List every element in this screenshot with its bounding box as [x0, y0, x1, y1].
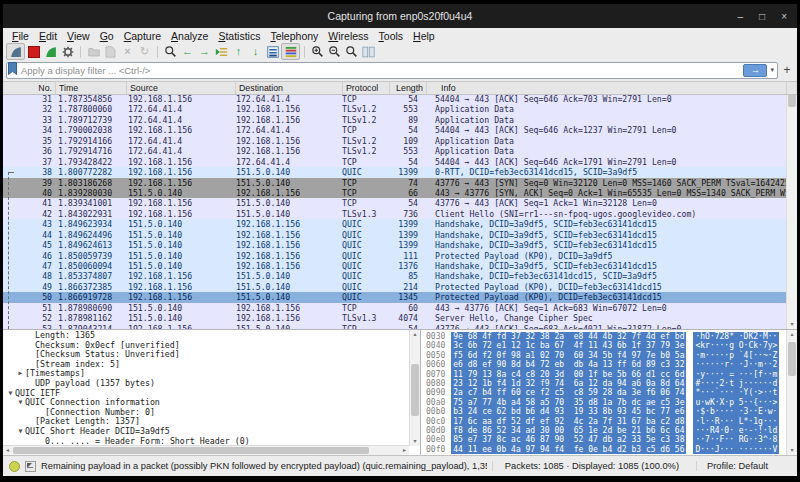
collapsed-arrow-icon[interactable]: ▶	[16, 369, 25, 379]
hex-ascii[interactable]: D···J··· ·······V	[693, 445, 779, 454]
menu-help[interactable]: Help	[408, 30, 440, 42]
hex-bytes[interactable]: 75 a7 77 4b a4 58 a5 70 35 d8 1a 7b dc a…	[451, 398, 686, 407]
packet-row-53[interactable]: 531.879043214192.168.1.156151.5.0.140TCP…	[3, 324, 787, 329]
maximize-button[interactable]: □	[759, 11, 765, 22]
bytes-scrollbar[interactable]	[786, 330, 797, 455]
column-header-protocol[interactable]: Protocol	[343, 82, 390, 94]
hex-row[interactable]: 00403c 6b 72 e1 12 1c ba 67 4f 11 43 6b …	[426, 341, 786, 350]
hex-bytes[interactable]: 23 12 1b f4 1d 32 f9 74 6a 12 da 94 a6 0…	[451, 379, 686, 388]
hex-bytes[interactable]: 9e 68 4f fd 37 32 38 2a e8 44 4b 32 7f 4…	[451, 332, 686, 341]
packet-row-47[interactable]: 471.850060094151.5.0.140192.168.1.156QUI…	[3, 261, 787, 271]
zoom-in-icon[interactable]	[309, 44, 326, 59]
scroll-down-arrow-icon[interactable]	[787, 446, 797, 455]
hex-row[interactable]: 00309e 68 4f fd 37 32 38 2a e8 44 4b 32 …	[426, 332, 786, 341]
menu-edit[interactable]: Edit	[34, 30, 62, 42]
hex-row[interactable]: 00902a c7 b4 ff 60 ce f2 c5 c8 59 28 da …	[426, 388, 786, 397]
expert-info-icon[interactable]	[9, 461, 20, 472]
menu-file[interactable]: File	[7, 30, 34, 42]
column-header-time[interactable]: Time	[56, 82, 127, 94]
packet-row-32[interactable]: 321.787800060172.64.41.4192.168.1.156TLS…	[3, 104, 787, 114]
packet-row-37[interactable]: 371.793428422192.168.1.156172.64.41.4TCP…	[3, 157, 787, 167]
scroll-up-arrow-icon[interactable]	[410, 330, 420, 339]
filter-dropdown-caret[interactable]: ▾	[770, 66, 774, 74]
menu-go[interactable]: Go	[95, 30, 119, 42]
hex-ascii[interactable]: ·m·····p `4[··~·Z	[693, 351, 779, 360]
menu-analyze[interactable]: Analyze	[166, 30, 213, 42]
hex-ascii[interactable]: ······r· ·J··m··2	[693, 360, 779, 369]
scroll-down-arrow-icon[interactable]	[787, 320, 797, 329]
packet-row-41[interactable]: 411.839341001192.168.1.156151.5.0.140TCP…	[3, 198, 787, 208]
hex-ascii[interactable]: ·l··R··· L*·1g···	[693, 417, 779, 426]
hex-row[interactable]: 0060e6 d8 ef 90 8d b4 72 eb db 4a 13 ff …	[426, 360, 786, 369]
close-button[interactable]: ×	[781, 11, 787, 22]
column-header-no[interactable]: No.	[3, 82, 56, 94]
menu-tools[interactable]: Tools	[374, 30, 409, 42]
packet-row-38[interactable]: 381.800772282192.168.1.156151.5.0.140QUI…	[3, 167, 787, 177]
go-forward-icon[interactable]: →	[196, 44, 213, 59]
packet-row-40[interactable]: 401.839280030151.5.0.140192.168.1.156TCP…	[3, 188, 787, 198]
scroll-right-arrow-icon[interactable]	[400, 446, 409, 455]
hex-row[interactable]: 00d0f8 de 86 52 34 ad 30 00 65 1e 2d be …	[426, 426, 786, 435]
packet-list-scrollbar[interactable]	[786, 82, 797, 329]
hex-bytes[interactable]: 17 6c aa df 52 df ef 92 4c 2a 7f 31 67 b…	[451, 417, 686, 426]
hex-ascii[interactable]: ·$·b···· ·3··E·w·	[693, 407, 779, 416]
expanded-arrow-icon[interactable]: ▼	[16, 427, 25, 437]
packet-row-46[interactable]: 461.850059739151.5.0.140192.168.1.156QUI…	[3, 251, 787, 261]
hex-ascii[interactable]: u·wK·X·p 5··{···>	[693, 398, 779, 407]
packet-row-36[interactable]: 361.792914716172.64.41.4192.168.1.156TLS…	[3, 146, 787, 156]
scrollbar-thumb[interactable]	[13, 447, 369, 454]
hex-ascii[interactable]: ·hO·728* ·DK2·M··	[693, 332, 779, 341]
hex-bytes[interactable]: 2a c7 b4 ff 60 ce f2 c5 c8 59 28 da 3e f…	[451, 388, 686, 397]
filter-add-button[interactable]: +	[781, 64, 793, 76]
find-packet-icon[interactable]	[162, 44, 179, 59]
stop-capture-icon[interactable]	[25, 44, 42, 59]
menu-wireless[interactable]: Wireless	[323, 30, 373, 42]
go-bottom-icon[interactable]: ↓	[247, 44, 264, 59]
menu-view[interactable]: View	[62, 30, 95, 42]
hex-row[interactable]: 00c017 6c aa df 52 df ef 92 4c 2a 7f 31 …	[426, 417, 786, 426]
detail-hscrollbar[interactable]	[3, 445, 409, 455]
packet-row-45[interactable]: 451.849624613151.5.0.140192.168.1.156QUI…	[3, 240, 787, 250]
packet-row-49[interactable]: 491.866372385192.168.1.156151.5.0.140QUI…	[3, 282, 787, 292]
hex-row[interactable]: 00b0b3 24 ce 62 bd b6 d4 93 19 33 8b 93 …	[426, 407, 786, 416]
packet-row-50[interactable]: 501.866919728192.168.1.156151.5.0.140QUI…	[3, 292, 787, 302]
column-header-info[interactable]: Info	[427, 82, 787, 94]
scrollbar-thumb[interactable]	[788, 93, 796, 107]
zoom-reset-icon[interactable]	[343, 44, 360, 59]
go-top-icon[interactable]: ↑	[230, 44, 247, 59]
start-capture-icon[interactable]	[6, 43, 25, 60]
menu-capture[interactable]: Capture	[119, 30, 166, 42]
scrollbar-thumb[interactable]	[788, 342, 796, 376]
packet-row-39[interactable]: 391.803186268192.168.1.156151.5.0.140TCP…	[3, 178, 787, 188]
packet-row-42[interactable]: 421.843022931192.168.1.156151.5.0.140TLS…	[3, 209, 787, 219]
minimize-button[interactable]: –	[738, 11, 744, 22]
hex-bytes[interactable]: 44 11 ee 0b 4a 97 94 f4 fe 0e b4 d2 b3 c…	[451, 445, 686, 454]
detail-scrollbar[interactable]	[409, 330, 420, 446]
open-file-icon[interactable]	[85, 44, 102, 59]
packet-row-48[interactable]: 481.853374807192.168.1.156151.5.0.140QUI…	[3, 271, 787, 281]
save-file-icon[interactable]	[102, 44, 119, 59]
hex-ascii[interactable]: #····2·t j······d	[693, 379, 779, 388]
hex-ascii[interactable]: ·y···· = ···[f··m	[693, 370, 779, 379]
packet-row-33[interactable]: 331.789712739172.64.41.4192.168.1.156TLS…	[3, 115, 787, 125]
scrollbar-thumb[interactable]	[411, 364, 419, 416]
hex-row[interactable]: 007011 79 13 8a c4 c8 20 3d 00 1f be 5b …	[426, 370, 786, 379]
scroll-down-arrow-icon[interactable]	[410, 437, 420, 446]
column-header-source[interactable]: Source	[127, 82, 236, 94]
hex-ascii[interactable]: ··7··F·· RG··3^·8	[693, 435, 779, 444]
menu-telephony[interactable]: Telephony	[265, 30, 323, 42]
packet-row-52[interactable]: 521.878981162151.5.0.140192.168.1.156TLS…	[3, 313, 787, 323]
filter-bookmark-icon[interactable]	[7, 61, 18, 79]
hex-bytes[interactable]: b3 24 ce 62 bd b6 d4 93 19 33 8b 93 45 b…	[451, 407, 686, 416]
menu-statistics[interactable]: Statistics	[213, 30, 265, 42]
go-to-packet-icon[interactable]	[213, 44, 230, 59]
packet-row-35[interactable]: 351.792914166172.64.41.4192.168.1.156TLS…	[3, 136, 787, 146]
packet-row-51[interactable]: 511.878980690151.5.0.140192.168.1.156TCP…	[3, 303, 787, 313]
hex-bytes[interactable]: f5 6d f2 0f 98 a1 02 70 60 34 5b f4 97 7…	[451, 351, 686, 360]
packet-row-43[interactable]: 431.849623934151.5.0.140192.168.1.156QUI…	[3, 219, 787, 229]
hex-row[interactable]: 008023 12 1b f4 1d 32 f9 74 6a 12 da 94 …	[426, 379, 786, 388]
hex-row[interactable]: 00a075 a7 77 4b a4 58 a5 70 35 d8 1a 7b …	[426, 398, 786, 407]
hex-row[interactable]: 00f044 11 ee 0b 4a 97 94 f4 fe 0e b4 d2 …	[426, 445, 786, 454]
capture-comment-icon[interactable]	[25, 461, 36, 472]
capture-options-icon[interactable]	[59, 44, 76, 59]
